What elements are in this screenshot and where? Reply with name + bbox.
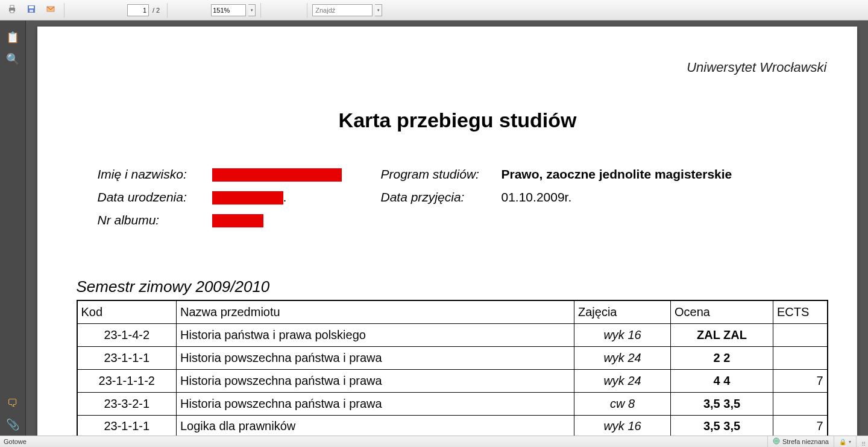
cell-code: 23-1-1-1: [77, 415, 177, 436]
first-page-button[interactable]: [69, 2, 86, 18]
cell-code: 23-1-4-2: [77, 323, 177, 346]
save-icon: [27, 4, 36, 16]
zoom-level-input[interactable]: [211, 4, 246, 16]
semester-heading: Semestr zimowy 2009/2010: [77, 277, 839, 296]
svg-rect-2: [10, 10, 14, 13]
mail-icon: [46, 4, 55, 16]
find-input[interactable]: [312, 4, 373, 16]
svg-rect-4: [29, 6, 34, 8]
th-class: Zajęcia: [574, 300, 671, 323]
svg-rect-1: [10, 5, 14, 8]
document-scroll[interactable]: Uniwersytet Wrocławski Karta przebiegu s…: [26, 21, 868, 436]
lock-icon: 🔒: [839, 439, 846, 445]
university-label: Uniwersytet Wrocławski: [77, 60, 839, 75]
fit-width-button[interactable]: [266, 2, 283, 18]
zoom-dropdown-button[interactable]: ▼: [248, 4, 256, 16]
page-total-label: / 2: [151, 7, 162, 14]
table-row: 23-1-1-1Historia powszechna państwa i pr…: [77, 346, 828, 369]
table-row: 23-3-2-1Historia powszechna państwa i pr…: [77, 392, 828, 415]
print-icon: [7, 4, 17, 16]
label-album: Nr albumu:: [98, 211, 212, 229]
comments-icon: 🗨: [7, 397, 18, 410]
cell-grade: 3,5 3,5: [671, 415, 773, 436]
cell-grade: 4 4: [671, 369, 773, 392]
cell-class: wyk 24: [574, 369, 671, 392]
toolbar-separator: [260, 3, 261, 17]
save-button[interactable]: [23, 2, 40, 18]
th-grade: Ocena: [671, 300, 773, 323]
clipboard-icon: 📋: [6, 31, 19, 44]
paperclip-icon: 📎: [6, 418, 19, 431]
svg-rect-5: [30, 10, 33, 12]
status-zone-segment[interactable]: Strefa nieznana: [767, 436, 834, 447]
label-program: Program studiów:: [381, 165, 502, 183]
find-dropdown-button[interactable]: ▼: [375, 4, 382, 16]
cell-code: 23-3-2-1: [77, 392, 177, 415]
page-number-input[interactable]: [127, 4, 149, 16]
cell-class: wyk 24: [574, 346, 671, 369]
cell-grade: ZAL ZAL: [671, 323, 773, 346]
table-header-row: Kod Nazwa przedmiotu Zajęcia Ocena ECTS: [77, 300, 828, 323]
cell-name: Logika dla prawników: [177, 415, 574, 436]
value-name-redacted: [212, 165, 381, 183]
cell-ects: [773, 392, 828, 415]
value-admission: 01.10.2009r.: [502, 188, 839, 206]
sidebar-binoculars-button[interactable]: 🔍: [0, 48, 25, 70]
cell-grade: 3,5 3,5: [671, 392, 773, 415]
th-code: Kod: [77, 300, 177, 323]
label-birth: Data urodzenia:: [98, 188, 212, 206]
globe-icon: [773, 437, 780, 446]
zoom-in-button[interactable]: [192, 2, 209, 18]
zoom-out-button[interactable]: [172, 2, 189, 18]
cell-grade: 2 2: [671, 346, 773, 369]
status-bar: Gotowe Strefa nieznana 🔒 ▾ ⠿: [0, 436, 868, 447]
sidebar-clipboard-button[interactable]: 📋: [0, 27, 25, 48]
chevron-down-icon: ▾: [849, 439, 851, 445]
cell-ects: 7: [773, 369, 828, 392]
cell-code: 23-1-1-1: [77, 346, 177, 369]
cell-name: Historia powszechna państwa i prawa: [177, 346, 574, 369]
courses-tbody: 23-1-4-2Historia państwa i prawa polskie…: [77, 323, 828, 436]
cell-ects: 7: [773, 415, 828, 436]
print-button[interactable]: [4, 2, 20, 18]
cell-name: Historia powszechna państwa i prawa: [177, 392, 574, 415]
cell-name: Historia państwa i prawa polskiego: [177, 323, 574, 346]
pdf-toolbar: / 2 ▼ ▼: [0, 0, 868, 21]
table-row: 23-1-4-2Historia państwa i prawa polskie…: [77, 323, 828, 346]
cell-code: 23-1-1-1-2: [77, 369, 177, 392]
pdf-page: Uniwersytet Wrocławski Karta przebiegu s…: [37, 27, 857, 436]
cell-class: wyk 16: [574, 323, 671, 346]
document-title: Karta przebiegu studiów: [77, 109, 839, 132]
next-page-button[interactable]: [108, 2, 125, 18]
prev-page-button[interactable]: [89, 2, 105, 18]
main-area: 📋 🔍 🗨 📎 Uniwersytet Wrocławski Karta prz…: [0, 21, 868, 436]
toolbar-separator: [307, 3, 307, 17]
cell-name: Historia powszechna państwa i prawa: [177, 369, 574, 392]
status-zone-label: Strefa nieznana: [782, 438, 829, 445]
courses-table: Kod Nazwa przedmiotu Zajęcia Ocena ECTS …: [77, 300, 828, 436]
sidebar-comments-button[interactable]: 🗨: [0, 392, 25, 414]
student-info: Imię i nazwisko: Data urodzenia: Nr albu…: [77, 165, 839, 229]
status-security-segment[interactable]: 🔒 ▾: [834, 436, 856, 447]
mail-button[interactable]: [42, 2, 59, 18]
th-name: Nazwa przedmiotu: [177, 300, 574, 323]
th-ects: ECTS: [773, 300, 828, 323]
table-row: 23-1-1-1Logika dla prawnikówwyk 163,5 3,…: [77, 415, 828, 436]
fit-page-button[interactable]: [285, 2, 302, 18]
value-album-redacted: [212, 211, 381, 229]
sidebar-attachments-button[interactable]: 📎: [0, 414, 25, 436]
value-program: Prawo, zaoczne jednolite magisterskie: [502, 165, 839, 183]
value-birth-redacted: .: [212, 188, 381, 206]
label-name: Imię i nazwisko:: [98, 165, 212, 183]
cell-class: cw 8: [574, 392, 671, 415]
resize-grip[interactable]: ⠿: [856, 436, 866, 447]
document-viewport: Uniwersytet Wrocławski Karta przebiegu s…: [26, 21, 868, 436]
cell-ects: [773, 323, 828, 346]
toolbar-separator: [64, 3, 64, 17]
toolbar-separator: [167, 3, 168, 17]
table-row: 23-1-1-1-2Historia powszechna państwa i …: [77, 369, 828, 392]
sidebar: 📋 🔍 🗨 📎: [0, 21, 26, 436]
binoculars-icon: 🔍: [6, 52, 19, 66]
cell-ects: [773, 346, 828, 369]
cell-class: wyk 16: [574, 415, 671, 436]
